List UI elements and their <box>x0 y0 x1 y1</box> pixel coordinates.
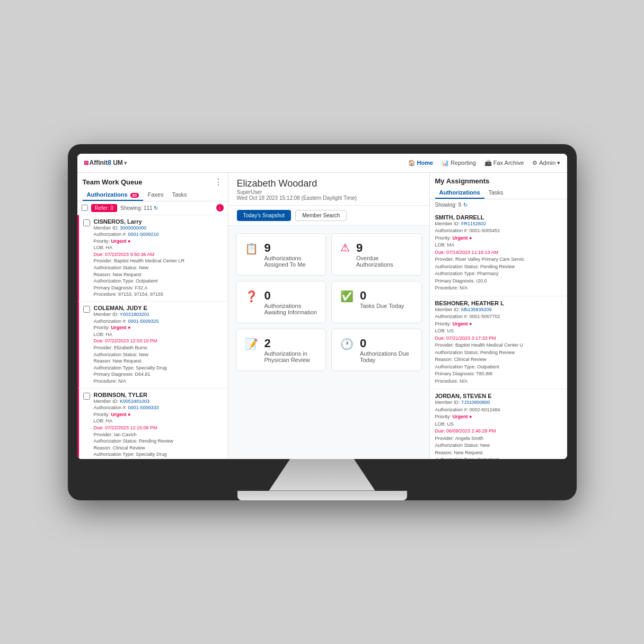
stat-label-tasks-due: Tasks Due Today <box>360 303 404 309</box>
left-panel-header: Team Work Queue ⋮ <box>77 173 228 189</box>
queue-item-name: ROBINSON, TYLER <box>94 392 224 398</box>
logo-x: ⊠ <box>84 160 89 166</box>
stat-number-awaiting: 0 <box>264 289 317 303</box>
refer-button[interactable]: Refer: 0 <box>91 204 118 212</box>
queue-item-auth-link[interactable]: 0001-5009210 <box>128 232 159 237</box>
stat-card-awaiting: ❓ 0 Authorizations Awaiting Information <box>236 281 327 323</box>
queue-item[interactable]: CISNEROS, Larry Member ID: 3000000000 Au… <box>77 215 228 302</box>
stat-number: 9 <box>264 241 317 255</box>
stat-card-overdue: ⚠ 9 Overdue Authorizations <box>331 233 422 276</box>
queue-item[interactable]: ROBINSON, TYLER Member ID: K0053481003 A… <box>77 389 228 459</box>
queue-item-member: Member ID: 3000000000 <box>94 225 224 232</box>
stat-card-physician-review: 📝 2 Authorizations in Physician Review <box>236 329 327 371</box>
left-panel-title: Team Work Queue <box>83 178 143 186</box>
monitor-stand <box>269 459 375 491</box>
monitor-base <box>237 491 407 500</box>
queue-item-member-link[interactable]: K0053481003 <box>120 399 149 404</box>
logo-dropdown[interactable]: ▾ <box>124 160 127 166</box>
queue-item-auth-link[interactable]: 0001-5009325 <box>128 319 159 324</box>
stat-number-overdue: 9 <box>356 241 413 255</box>
center-panel: Elizabeth Woodard SuperUser Wed Oct 18 2… <box>228 173 429 459</box>
tab-tasks[interactable]: Tasks <box>167 189 191 201</box>
monitor: ⊠ Affinit8 UM ▾ 🏠 Home 📊 Reporting 📠 Fax… <box>68 144 577 500</box>
admin-icon: ⚙ <box>532 160 537 166</box>
queue-item-due: Due: 07/22/2023 12:15:08 PM <box>94 425 224 431</box>
clipboard-icon: 📋 <box>245 242 258 255</box>
nav-bar: ⊠ Affinit8 UM ▾ 🏠 Home 📊 Reporting 📠 Fax… <box>77 154 567 173</box>
queue-item-member-link[interactable]: 3000000000 <box>120 225 146 231</box>
right-refresh-icon[interactable]: ↻ <box>463 202 467 208</box>
right-panel: My Assignments Authorizations Tasks Show… <box>429 173 567 459</box>
queue-item-member-link[interactable]: Y0031803201 <box>120 312 149 317</box>
center-actions: Today's Snapshot Member Search <box>228 206 429 226</box>
queue-item-name: CISNEROS, Larry <box>94 218 224 225</box>
home-icon: 🏠 <box>408 160 416 166</box>
queue-item-checkbox[interactable] <box>83 306 90 313</box>
left-panel: Team Work Queue ⋮ Authorizations 80 Faxe… <box>77 173 228 459</box>
center-header: Elizabeth Woodard SuperUser Wed Oct 18 2… <box>228 173 429 206</box>
stat-number-tasks: 0 <box>360 289 404 303</box>
stat-card-auth-due: 🕐 0 Authorizations Due Today <box>331 329 422 371</box>
physician-icon: 📝 <box>245 338 258 350</box>
app-logo: ⊠ Affinit8 UM ▾ <box>84 159 127 166</box>
question-icon: ❓ <box>245 290 258 303</box>
assignment-item[interactable]: JORDAN, STEVEN E Member ID: 7J310900800 … <box>430 389 567 459</box>
center-user-name: Elizabeth Woodard <box>237 178 421 189</box>
warning-icon: ⚠ <box>340 241 350 254</box>
left-toolbar: Refer: 0 Showing: 111 ↻ 1 <box>77 201 228 215</box>
assignment-list: SMITH, DARRELL Member ID: FR1152602 Auth… <box>430 210 567 459</box>
center-user-role: SuperUser <box>237 189 421 195</box>
nav-fax-archive[interactable]: 📠 Fax Archive <box>484 160 524 166</box>
stat-label-physician-review: Authorizations in Physician Review <box>264 350 317 363</box>
nav-home[interactable]: 🏠 Home <box>408 160 434 166</box>
tab-authorizations[interactable]: Authorizations 80 <box>83 189 144 201</box>
left-panel-menu-icon[interactable]: ⋮ <box>214 177 223 187</box>
center-datetime: Wed Oct 18 2023 15:12:08 (Eastern Daylig… <box>237 195 421 201</box>
stat-label-auth-due: Authorizations Due Today <box>360 350 413 363</box>
queue-item-auth-link[interactable]: 0001-5009333 <box>128 405 159 410</box>
clock-icon: 🕐 <box>340 338 354 350</box>
stat-number-auth-due: 0 <box>360 337 413 350</box>
main-layout: Team Work Queue ⋮ Authorizations 80 Faxe… <box>77 173 567 459</box>
right-tab-tasks[interactable]: Tasks <box>484 187 508 199</box>
member-search-button[interactable]: Member Search <box>295 210 347 221</box>
select-all-checkbox[interactable] <box>82 205 88 211</box>
queue-item-checkbox[interactable] <box>83 219 90 226</box>
queue-item[interactable]: COLEMAN, JUDY E Member ID: Y0031803201 A… <box>77 302 228 389</box>
stat-label-overdue: Overdue Authorizations <box>356 255 413 268</box>
right-tab-authorizations[interactable]: Authorizations <box>435 187 484 199</box>
queue-item-priority: Urgent ● <box>111 239 131 244</box>
nav-admin[interactable]: ⚙ Admin ▾ <box>532 160 560 166</box>
queue-list: CISNEROS, Larry Member ID: 3000000000 Au… <box>77 215 228 459</box>
queue-item-name: COLEMAN, JUDY E <box>94 305 224 311</box>
right-header: My Assignments <box>430 173 567 187</box>
queue-item-due: Due: 07/22/2023 9:50:36 AM <box>94 251 224 258</box>
checkmark-icon: ✅ <box>340 290 354 303</box>
logo-text: Affinit8 UM <box>90 159 123 166</box>
queue-item-due: Due: 07/22/2023 12:03:19 PM <box>94 338 224 345</box>
nav-reporting[interactable]: 📊 Reporting <box>442 160 476 166</box>
nav-items: 🏠 Home 📊 Reporting 📠 Fax Archive ⚙ Admin… <box>408 160 561 166</box>
stats-grid: 📋 9 Authorizations Assigned To Me ⚠ 9 Ov… <box>228 226 429 378</box>
tab-faxes[interactable]: Faxes <box>143 189 167 201</box>
stat-label-awaiting: Authorizations Awaiting Information <box>264 303 317 315</box>
right-showing: Showing: 9 ↻ <box>430 199 567 210</box>
right-tabs: Authorizations Tasks <box>430 187 567 199</box>
alert-badge: 1 <box>216 204 224 211</box>
fax-icon: 📠 <box>484 160 492 166</box>
assignment-item[interactable]: SMITH, DARRELL Member ID: FR1152602 Auth… <box>430 210 567 296</box>
assignment-item[interactable]: BESHONER, HEATHER L Member ID: Mb1358392… <box>430 296 567 390</box>
reporting-icon: 📊 <box>442 160 449 166</box>
showing-count: Showing: 111 ↻ <box>120 205 213 211</box>
stat-number-physician: 2 <box>264 337 317 350</box>
queue-item-checkbox[interactable] <box>83 393 90 400</box>
screen: ⊠ Affinit8 UM ▾ 🏠 Home 📊 Reporting 📠 Fax… <box>77 154 567 459</box>
stat-label-authorizations-assigned: Authorizations Assigned To Me <box>264 255 317 268</box>
stat-card-authorizations-assigned: 📋 9 Authorizations Assigned To Me <box>236 233 327 276</box>
authorizations-badge: 80 <box>130 193 139 198</box>
stat-card-tasks-due: ✅ 0 Tasks Due Today <box>331 281 422 323</box>
todays-snapshot-button[interactable]: Today's Snapshot <box>237 210 292 221</box>
left-tabs: Authorizations 80 Faxes Tasks <box>77 189 228 201</box>
right-panel-title: My Assignments <box>435 177 562 185</box>
